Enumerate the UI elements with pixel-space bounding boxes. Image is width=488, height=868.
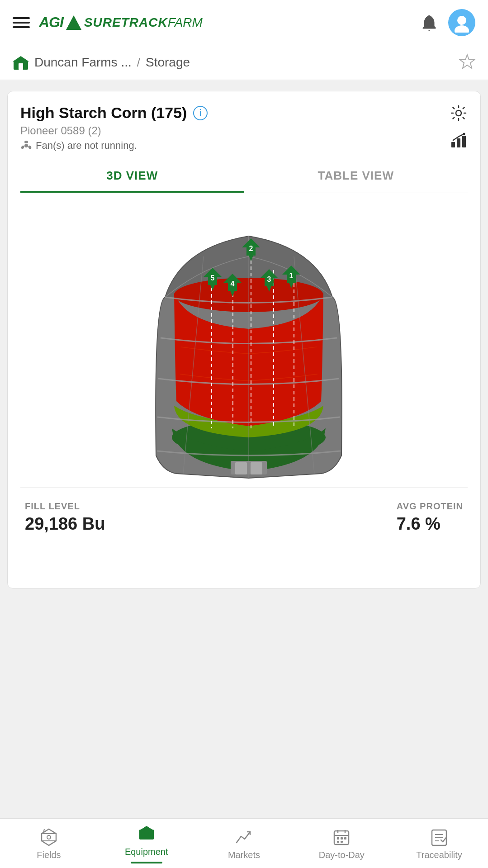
day-to-day-label: Day-to-Day: [319, 850, 365, 860]
svg-rect-42: [235, 462, 247, 474]
svg-text:3: 3: [267, 275, 271, 283]
svg-point-11: [456, 110, 461, 116]
svg-point-8: [24, 141, 28, 143]
svg-text:2: 2: [249, 245, 253, 252]
svg-rect-12: [451, 142, 455, 147]
stats-section: FILL LEVEL 29,186 Bu AVG PROTEIN 7.6 %: [20, 487, 468, 547]
equipment-active-bar: [131, 862, 162, 863]
svg-marker-4: [13, 56, 29, 62]
notification-bell[interactable]: [419, 13, 439, 33]
breadcrumb-left: Duncan Farms ... / Storage: [13, 55, 190, 70]
svg-rect-13: [457, 138, 460, 147]
app-logo: AGI SURETRACK FARM: [39, 14, 203, 31]
silo-3d-view: 2 5 4 3: [20, 193, 468, 483]
card-title-section: High Starch Corn (175) i Pioneer 0589 (2…: [20, 104, 450, 152]
svg-rect-57: [341, 837, 343, 840]
main-card: High Starch Corn (175) i Pioneer 0589 (2…: [7, 91, 481, 588]
svg-text:1: 1: [289, 272, 293, 280]
svg-rect-43: [251, 462, 262, 474]
hamburger-menu[interactable]: [13, 17, 30, 28]
fill-level-stat: FILL LEVEL 29,186 Bu: [25, 501, 105, 534]
nav-item-fields[interactable]: Fields: [0, 823, 98, 865]
svg-marker-0: [66, 15, 81, 30]
logo-icon: [65, 14, 82, 31]
svg-text:4: 4: [230, 280, 234, 288]
nav-item-markets[interactable]: Markets: [195, 823, 293, 865]
header: AGI SURETRACK FARM: [0, 0, 488, 45]
avg-protein-label: AVG PROTEIN: [397, 501, 463, 512]
markets-icon: [234, 827, 254, 847]
equipment-label: Equipment: [125, 847, 168, 857]
nav-item-traceability[interactable]: Traceability: [390, 823, 488, 865]
svg-point-10: [28, 145, 32, 150]
favorite-star[interactable]: [459, 53, 475, 71]
svg-point-7: [24, 144, 28, 147]
svg-point-2: [455, 25, 469, 33]
breadcrumb-separator: /: [137, 56, 140, 70]
silo-svg: 2 5 4 3: [113, 211, 384, 483]
logo-farm: FARM: [168, 15, 203, 30]
svg-rect-60: [341, 841, 343, 843]
card-title: High Starch Corn (175) i: [20, 104, 450, 122]
fan-status-text: Fan(s) are not running.: [36, 140, 137, 152]
traceability-label: Traceability: [416, 850, 462, 860]
logo-agi: AGI: [39, 14, 63, 31]
svg-rect-58: [344, 837, 346, 840]
nav-item-equipment[interactable]: Equipment: [98, 820, 195, 868]
fill-level-label: FILL LEVEL: [25, 501, 105, 512]
svg-rect-5: [19, 63, 23, 70]
fields-label: Fields: [37, 850, 61, 860]
fan-icon: [20, 141, 32, 151]
svg-rect-51: [144, 833, 149, 840]
nav-item-day-to-day[interactable]: Day-to-Day: [293, 823, 390, 865]
header-left: AGI SURETRACK FARM: [13, 14, 203, 31]
card-header: High Starch Corn (175) i Pioneer 0589 (2…: [20, 104, 468, 152]
svg-text:5: 5: [210, 274, 214, 282]
tab-3d-view[interactable]: 3D VIEW: [20, 161, 244, 193]
settings-icon[interactable]: [450, 104, 468, 124]
avg-protein-stat: AVG PROTEIN 7.6 %: [397, 501, 463, 534]
markets-label: Markets: [228, 850, 260, 860]
fields-icon: [39, 827, 59, 847]
fan-status: Fan(s) are not running.: [20, 140, 450, 152]
storage-building-icon: [13, 55, 29, 70]
svg-rect-14: [462, 136, 466, 147]
svg-point-9: [21, 145, 25, 150]
breadcrumb-section[interactable]: Storage: [146, 55, 190, 70]
bottom-navigation: Fields Equipment Markets: [0, 818, 488, 868]
avg-protein-value: 7.6 %: [397, 514, 463, 534]
svg-point-15: [463, 133, 465, 135]
svg-point-47: [47, 835, 51, 839]
view-tabs: 3D VIEW TABLE VIEW: [20, 161, 468, 193]
card-action-icons: [450, 104, 468, 151]
analytics-icon[interactable]: [450, 131, 468, 151]
card-subtitle: Pioneer 0589 (2): [20, 124, 450, 137]
user-avatar[interactable]: [448, 9, 475, 36]
equipment-icon: [137, 824, 156, 844]
tab-table-view[interactable]: TABLE VIEW: [244, 161, 468, 193]
logo-suretrack: SURETRACK: [84, 15, 168, 30]
svg-marker-50: [139, 826, 154, 830]
breadcrumb: Duncan Farms ... / Storage: [0, 45, 488, 80]
svg-rect-56: [337, 837, 339, 840]
svg-point-1: [457, 16, 466, 25]
svg-marker-6: [460, 55, 474, 68]
info-button[interactable]: i: [193, 106, 208, 120]
crop-name: High Starch Corn (175): [20, 104, 187, 122]
header-right: [419, 9, 475, 36]
day-to-day-icon: [332, 827, 351, 847]
traceability-icon: [429, 827, 449, 847]
breadcrumb-farm[interactable]: Duncan Farms ...: [34, 55, 132, 70]
svg-rect-59: [337, 841, 339, 843]
fill-level-value: 29,186 Bu: [25, 514, 105, 534]
silo-visualization: 2 5 4 3: [113, 211, 375, 474]
